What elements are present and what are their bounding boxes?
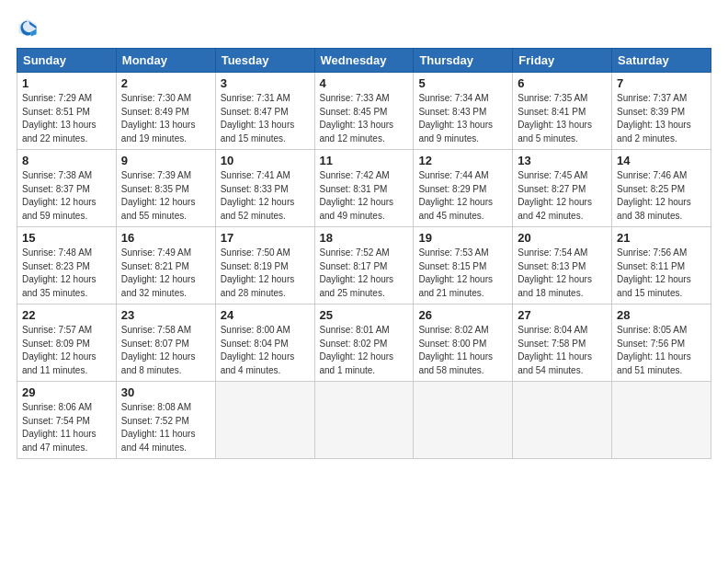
cell-info: Sunrise: 8:04 AM Sunset: 7:58 PM Dayligh… xyxy=(518,324,607,377)
weekday-header-sunday: Sunday xyxy=(17,49,117,73)
header xyxy=(17,17,711,39)
calendar-cell xyxy=(513,382,612,459)
day-number: 30 xyxy=(121,385,210,399)
weekday-header-thursday: Thursday xyxy=(414,49,513,73)
calendar-cell: 16Sunrise: 7:49 AM Sunset: 8:21 PM Dayli… xyxy=(116,227,215,304)
cell-info: Sunrise: 7:29 AM Sunset: 8:51 PM Dayligh… xyxy=(22,92,111,145)
calendar-cell xyxy=(414,382,513,459)
day-number: 5 xyxy=(418,76,507,90)
calendar-cell: 29Sunrise: 8:06 AM Sunset: 7:54 PM Dayli… xyxy=(17,382,117,459)
calendar-cell: 21Sunrise: 7:56 AM Sunset: 8:11 PM Dayli… xyxy=(612,227,711,304)
cell-info: Sunrise: 7:57 AM Sunset: 8:09 PM Dayligh… xyxy=(22,324,111,377)
calendar-body: 1Sunrise: 7:29 AM Sunset: 8:51 PM Daylig… xyxy=(17,73,711,459)
weekday-header-wednesday: Wednesday xyxy=(314,49,414,73)
day-number: 6 xyxy=(518,76,607,90)
calendar-header: SundayMondayTuesdayWednesdayThursdayFrid… xyxy=(17,49,711,73)
cell-info: Sunrise: 7:50 AM Sunset: 8:19 PM Dayligh… xyxy=(221,247,310,300)
day-number: 2 xyxy=(121,76,210,90)
day-number: 14 xyxy=(617,154,706,167)
day-number: 11 xyxy=(320,154,409,167)
calendar-cell: 8Sunrise: 7:38 AM Sunset: 8:37 PM Daylig… xyxy=(17,150,117,227)
cell-info: Sunrise: 7:46 AM Sunset: 8:25 PM Dayligh… xyxy=(617,169,706,223)
calendar-cell: 25Sunrise: 8:01 AM Sunset: 8:02 PM Dayli… xyxy=(314,304,414,382)
calendar-cell xyxy=(215,382,314,459)
day-number: 9 xyxy=(121,154,210,167)
cell-info: Sunrise: 8:08 AM Sunset: 7:52 PM Dayligh… xyxy=(121,401,210,454)
cell-info: Sunrise: 7:34 AM Sunset: 8:43 PM Dayligh… xyxy=(418,92,507,145)
cell-info: Sunrise: 7:37 AM Sunset: 8:39 PM Dayligh… xyxy=(617,92,706,145)
day-number: 17 xyxy=(221,231,310,245)
cell-info: Sunrise: 7:31 AM Sunset: 8:47 PM Dayligh… xyxy=(221,92,310,145)
cell-info: Sunrise: 7:56 AM Sunset: 8:11 PM Dayligh… xyxy=(617,247,706,300)
day-number: 16 xyxy=(121,231,210,245)
calendar-cell: 19Sunrise: 7:53 AM Sunset: 8:15 PM Dayli… xyxy=(414,227,513,304)
weekday-header-tuesday: Tuesday xyxy=(215,49,314,73)
day-number: 10 xyxy=(221,154,310,167)
day-number: 7 xyxy=(617,76,706,90)
cell-info: Sunrise: 7:41 AM Sunset: 8:33 PM Dayligh… xyxy=(221,169,310,223)
calendar-cell: 18Sunrise: 7:52 AM Sunset: 8:17 PM Dayli… xyxy=(314,227,414,304)
cell-info: Sunrise: 7:35 AM Sunset: 8:41 PM Dayligh… xyxy=(518,92,607,145)
day-number: 25 xyxy=(320,308,409,322)
day-number: 26 xyxy=(418,308,507,322)
calendar-cell: 7Sunrise: 7:37 AM Sunset: 8:39 PM Daylig… xyxy=(612,73,711,150)
cell-info: Sunrise: 7:48 AM Sunset: 8:23 PM Dayligh… xyxy=(22,247,111,300)
cell-info: Sunrise: 7:53 AM Sunset: 8:15 PM Dayligh… xyxy=(418,247,507,300)
calendar-cell: 23Sunrise: 7:58 AM Sunset: 8:07 PM Dayli… xyxy=(116,304,215,382)
calendar-cell: 11Sunrise: 7:42 AM Sunset: 8:31 PM Dayli… xyxy=(314,150,414,227)
day-number: 15 xyxy=(22,231,111,245)
day-number: 3 xyxy=(221,76,310,90)
cell-info: Sunrise: 7:58 AM Sunset: 8:07 PM Dayligh… xyxy=(121,324,210,377)
calendar-cell: 5Sunrise: 7:34 AM Sunset: 8:43 PM Daylig… xyxy=(414,73,513,150)
calendar-cell: 22Sunrise: 7:57 AM Sunset: 8:09 PM Dayli… xyxy=(17,304,117,382)
day-number: 20 xyxy=(518,231,607,245)
calendar-cell: 24Sunrise: 8:00 AM Sunset: 8:04 PM Dayli… xyxy=(215,304,314,382)
weekday-header-saturday: Saturday xyxy=(612,49,711,73)
calendar-week-1: 1Sunrise: 7:29 AM Sunset: 8:51 PM Daylig… xyxy=(17,73,711,150)
weekday-header-monday: Monday xyxy=(116,49,215,73)
calendar-cell: 17Sunrise: 7:50 AM Sunset: 8:19 PM Dayli… xyxy=(215,227,314,304)
calendar-cell: 20Sunrise: 7:54 AM Sunset: 8:13 PM Dayli… xyxy=(513,227,612,304)
cell-info: Sunrise: 7:45 AM Sunset: 8:27 PM Dayligh… xyxy=(518,169,607,223)
calendar: SundayMondayTuesdayWednesdayThursdayFrid… xyxy=(17,48,711,459)
cell-info: Sunrise: 8:05 AM Sunset: 7:56 PM Dayligh… xyxy=(617,324,706,377)
calendar-week-3: 15Sunrise: 7:48 AM Sunset: 8:23 PM Dayli… xyxy=(17,227,711,304)
calendar-week-4: 22Sunrise: 7:57 AM Sunset: 8:09 PM Dayli… xyxy=(17,304,711,382)
calendar-cell: 6Sunrise: 7:35 AM Sunset: 8:41 PM Daylig… xyxy=(513,73,612,150)
calendar-cell: 9Sunrise: 7:39 AM Sunset: 8:35 PM Daylig… xyxy=(116,150,215,227)
cell-info: Sunrise: 8:00 AM Sunset: 8:04 PM Dayligh… xyxy=(221,324,310,377)
page: SundayMondayTuesdayWednesdayThursdayFrid… xyxy=(0,0,728,468)
calendar-cell xyxy=(314,382,414,459)
cell-info: Sunrise: 7:30 AM Sunset: 8:49 PM Dayligh… xyxy=(121,92,210,145)
calendar-week-2: 8Sunrise: 7:38 AM Sunset: 8:37 PM Daylig… xyxy=(17,150,711,227)
cell-info: Sunrise: 7:49 AM Sunset: 8:21 PM Dayligh… xyxy=(121,247,210,300)
logo xyxy=(17,17,42,39)
calendar-week-5: 29Sunrise: 8:06 AM Sunset: 7:54 PM Dayli… xyxy=(17,382,711,459)
cell-info: Sunrise: 8:01 AM Sunset: 8:02 PM Dayligh… xyxy=(320,324,409,377)
day-number: 1 xyxy=(22,76,111,90)
calendar-cell: 2Sunrise: 7:30 AM Sunset: 8:49 PM Daylig… xyxy=(116,73,215,150)
weekday-header-row: SundayMondayTuesdayWednesdayThursdayFrid… xyxy=(17,49,711,73)
cell-info: Sunrise: 7:54 AM Sunset: 8:13 PM Dayligh… xyxy=(518,247,607,300)
day-number: 18 xyxy=(320,231,409,245)
day-number: 23 xyxy=(121,308,210,322)
calendar-cell: 27Sunrise: 8:04 AM Sunset: 7:58 PM Dayli… xyxy=(513,304,612,382)
cell-info: Sunrise: 7:33 AM Sunset: 8:45 PM Dayligh… xyxy=(320,92,409,145)
logo-icon xyxy=(17,17,39,39)
cell-info: Sunrise: 8:02 AM Sunset: 8:00 PM Dayligh… xyxy=(418,324,507,377)
calendar-cell: 28Sunrise: 8:05 AM Sunset: 7:56 PM Dayli… xyxy=(612,304,711,382)
calendar-cell: 26Sunrise: 8:02 AM Sunset: 8:00 PM Dayli… xyxy=(414,304,513,382)
cell-info: Sunrise: 7:52 AM Sunset: 8:17 PM Dayligh… xyxy=(320,247,409,300)
calendar-cell: 4Sunrise: 7:33 AM Sunset: 8:45 PM Daylig… xyxy=(314,73,414,150)
calendar-cell: 10Sunrise: 7:41 AM Sunset: 8:33 PM Dayli… xyxy=(215,150,314,227)
calendar-cell: 30Sunrise: 8:08 AM Sunset: 7:52 PM Dayli… xyxy=(116,382,215,459)
day-number: 22 xyxy=(22,308,111,322)
weekday-header-friday: Friday xyxy=(513,49,612,73)
day-number: 13 xyxy=(518,154,607,167)
day-number: 27 xyxy=(518,308,607,322)
day-number: 28 xyxy=(617,308,706,322)
day-number: 24 xyxy=(221,308,310,322)
cell-info: Sunrise: 7:42 AM Sunset: 8:31 PM Dayligh… xyxy=(320,169,409,223)
day-number: 19 xyxy=(418,231,507,245)
day-number: 21 xyxy=(617,231,706,245)
